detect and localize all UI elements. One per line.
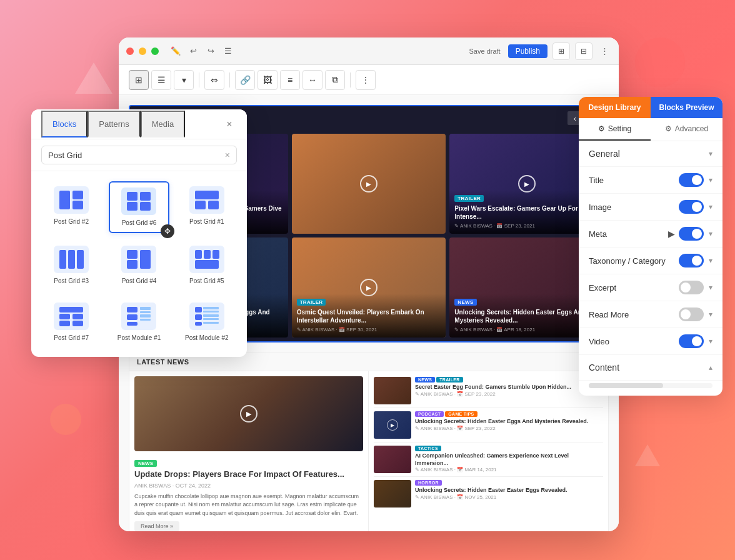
bg-circle2-decoration bbox=[50, 404, 81, 435]
svg-rect-20 bbox=[59, 307, 83, 312]
expand-btn[interactable]: ↔ bbox=[302, 70, 322, 90]
featured-title: Update Drops: Players Brace For Impact O… bbox=[134, 469, 363, 480]
tab-blocks[interactable]: Blocks bbox=[41, 111, 88, 138]
svg-rect-22 bbox=[72, 314, 83, 319]
meta-toggle[interactable] bbox=[679, 227, 704, 241]
block-icon bbox=[54, 246, 89, 273]
svg-rect-7 bbox=[195, 191, 219, 199]
chevron-down-icon: ▾ bbox=[709, 256, 712, 265]
tab-setting[interactable]: ⚙ Setting bbox=[579, 118, 651, 141]
bg-circle-decoration bbox=[635, 38, 685, 88]
close-panel-button[interactable]: × bbox=[222, 117, 237, 132]
svg-rect-32 bbox=[195, 307, 202, 312]
title-toggle[interactable] bbox=[679, 173, 704, 187]
block-label: Post Grid #3 bbox=[54, 277, 89, 285]
play-button[interactable]: ▶ bbox=[360, 175, 378, 192]
list-item-image bbox=[374, 377, 411, 404]
svg-rect-16 bbox=[195, 250, 202, 259]
publish-button[interactable]: Publish bbox=[508, 44, 548, 58]
svg-rect-26 bbox=[140, 307, 151, 310]
video-toggle[interactable] bbox=[679, 334, 704, 348]
blocks-icon-btn[interactable]: ⊞ bbox=[552, 42, 570, 60]
featured-play-btn[interactable]: ▶ bbox=[240, 405, 258, 422]
blocks-preview-button[interactable]: Blocks Preview bbox=[651, 97, 722, 118]
read-more-link[interactable]: Read More » bbox=[134, 521, 179, 531]
tab-patterns[interactable]: Patterns bbox=[88, 111, 140, 138]
redo-back-btn[interactable]: ↩ bbox=[186, 44, 200, 58]
image-toggle[interactable] bbox=[679, 200, 704, 214]
latest-news-section: LATEST NEWS ▶ NEWS Update Drops: Players… bbox=[129, 352, 609, 531]
read-more-toggle[interactable] bbox=[679, 308, 704, 321]
badge: TRAILER bbox=[297, 299, 326, 306]
window-min-btn[interactable] bbox=[139, 48, 146, 55]
save-draft-button[interactable]: Save draft bbox=[469, 48, 501, 55]
block-icon bbox=[54, 302, 89, 330]
list-item-content: TACTICS AI Companion Unleashed: Gamers E… bbox=[415, 446, 603, 472]
redo-forward-btn[interactable]: ↪ bbox=[204, 44, 218, 58]
tab-media[interactable]: Media bbox=[141, 111, 185, 138]
search-input[interactable] bbox=[48, 151, 221, 160]
advanced-tab-label: Advanced bbox=[675, 124, 708, 133]
window-max-btn[interactable] bbox=[151, 48, 159, 55]
view-btn[interactable]: ☰ bbox=[221, 44, 235, 58]
excerpt-toggle[interactable] bbox=[679, 281, 704, 294]
blocks-panel-header: Blocks Patterns Media × bbox=[31, 109, 247, 139]
svg-rect-14 bbox=[140, 250, 151, 269]
svg-rect-35 bbox=[195, 314, 202, 320]
svg-rect-36 bbox=[203, 314, 219, 317]
list-item[interactable]: Post Grid #3 bbox=[41, 241, 101, 290]
general-label: General bbox=[589, 149, 708, 159]
more-toolbar-btn[interactable]: ⋮ bbox=[356, 70, 376, 90]
list-view-btn[interactable]: ☰ bbox=[151, 70, 171, 90]
list-item[interactable]: Post Grid #4 bbox=[109, 241, 169, 290]
list-item[interactable]: Post Module #1 bbox=[109, 298, 169, 347]
svg-rect-18 bbox=[212, 250, 219, 259]
scroll-thumb[interactable] bbox=[589, 383, 663, 388]
text-align-btn[interactable]: ≡ bbox=[280, 70, 300, 90]
content-section[interactable]: Content ▴ bbox=[579, 355, 722, 381]
chevron-down-icon: ▾ bbox=[709, 149, 712, 158]
featured-post: ▶ NEWS Update Drops: Players Brace For I… bbox=[129, 371, 369, 531]
card-meta: ✎ ANIK BISWAS · 📅 APR 18, 2021 bbox=[454, 327, 599, 332]
svg-rect-25 bbox=[127, 307, 138, 312]
window-close-btn[interactable] bbox=[126, 48, 134, 55]
search-clear-button[interactable]: × bbox=[225, 150, 230, 160]
list-item[interactable]: Post Grid #5 bbox=[177, 241, 237, 290]
link-btn[interactable]: 🔗 bbox=[235, 70, 255, 90]
grid-view-btn[interactable]: ⊞ bbox=[129, 70, 149, 90]
badge: NEWS bbox=[454, 299, 476, 306]
more-options-btn[interactable]: ⋮ bbox=[598, 44, 611, 58]
featured-image: ▶ bbox=[134, 376, 363, 451]
card-title: Pixel Wars Escalate: Gamers Gear Up For … bbox=[454, 204, 599, 221]
toolbar-separator-2 bbox=[229, 72, 230, 88]
svg-rect-27 bbox=[140, 311, 151, 313]
svg-rect-39 bbox=[203, 322, 219, 324]
tab-advanced[interactable]: ⚙ Advanced bbox=[651, 118, 722, 141]
list-play-btn[interactable]: ▶ bbox=[387, 419, 398, 431]
card-meta: ✎ ANIK BISWAS · 📅 SEP 30, 2021 bbox=[297, 327, 441, 332]
design-library-button[interactable]: Design Library bbox=[579, 97, 651, 118]
read-more-setting-row: Read More ▾ bbox=[579, 301, 722, 328]
scroll-indicator bbox=[589, 383, 712, 388]
list-item-title: Unlocking Secrets: Hidden Easter Easter … bbox=[415, 487, 568, 494]
image-btn[interactable]: 🖼 bbox=[258, 70, 278, 90]
sliders-btn[interactable]: ⧉ bbox=[325, 70, 345, 90]
list-item[interactable]: Post Grid #1 bbox=[177, 181, 237, 233]
svg-rect-38 bbox=[195, 322, 202, 326]
general-section[interactable]: General ▾ bbox=[579, 141, 722, 167]
list-item[interactable]: Post Grid #2 bbox=[41, 181, 101, 233]
svg-rect-13 bbox=[127, 250, 138, 259]
chevron-down-btn[interactable]: ▾ bbox=[174, 70, 194, 90]
undo-btn[interactable]: ✏️ bbox=[169, 44, 182, 58]
list-item[interactable]: Post Grid #6 ✥ bbox=[109, 181, 169, 233]
content-label: Content bbox=[589, 362, 708, 372]
card-title: Unlocking Secrets: Hidden Easter Eggs An… bbox=[454, 308, 599, 324]
list-item[interactable]: Post Grid #7 bbox=[41, 298, 101, 347]
gear-icon: ⚙ bbox=[598, 124, 605, 133]
align-left-btn[interactable]: ⇔ bbox=[204, 70, 224, 90]
taxonomy-toggle[interactable] bbox=[679, 254, 704, 268]
settings-icon-btn[interactable]: ⊟ bbox=[575, 42, 592, 60]
list-item[interactable]: Post Module #2 bbox=[177, 298, 237, 347]
toolbar-separator-3 bbox=[350, 72, 351, 88]
svg-rect-0 bbox=[59, 191, 70, 209]
